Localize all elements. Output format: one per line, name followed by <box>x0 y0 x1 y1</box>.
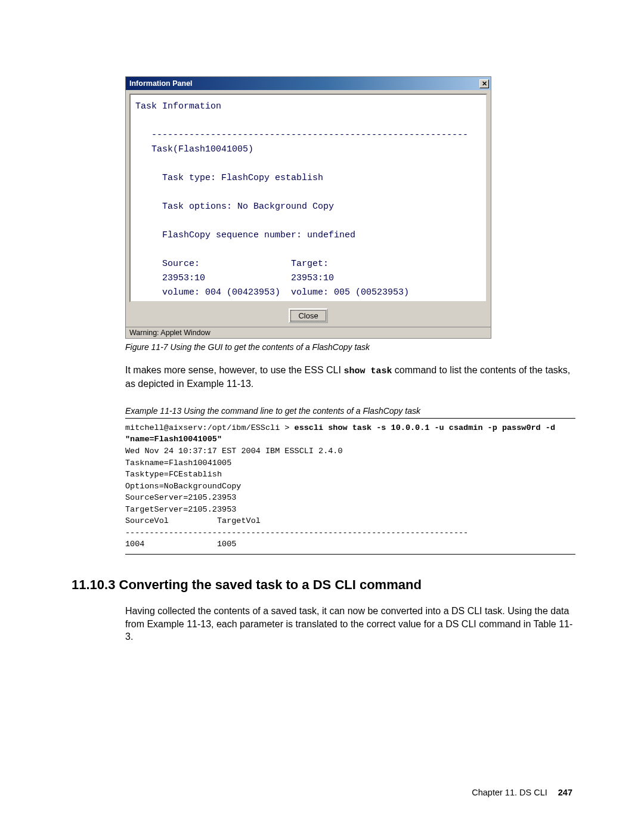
footer-chapter: Chapter 11. DS CLI <box>472 788 547 797</box>
close-icon[interactable]: ✕ <box>479 79 489 88</box>
example-caption: Example 11-13 Using the command line to … <box>125 406 575 419</box>
close-button[interactable]: Close <box>289 308 327 323</box>
task-information-textarea: Task Information -----------------------… <box>129 94 487 302</box>
button-row: Close <box>126 306 491 327</box>
statusbar: Warning: Applet Window <box>126 327 491 338</box>
example-code-block: mitchell@aixserv:/opt/ibm/ESScli > esscl… <box>125 419 575 555</box>
cli-prompt: mitchell@aixserv:/opt/ibm/ESScli > <box>125 423 295 432</box>
para-text: It makes more sense, however, to use the… <box>125 365 343 375</box>
task-information-text: Task Information -----------------------… <box>135 100 481 300</box>
page-footer: Chapter 11. DS CLI 247 <box>472 788 572 797</box>
cli-output: Wed Nov 24 10:37:17 EST 2004 IBM ESSCLI … <box>125 447 468 549</box>
body-paragraph-2: Having collected the contents of a saved… <box>125 605 575 643</box>
body-paragraph-1: It makes more sense, however, to use the… <box>125 364 575 391</box>
section-heading: 11.10.3 Converting the saved task to a D… <box>72 577 572 593</box>
window-title: Information Panel <box>129 79 193 88</box>
figure-caption: Figure 11-7 Using the GUI to get the con… <box>125 342 572 352</box>
titlebar: Information Panel ✕ <box>126 77 491 90</box>
page-number: 247 <box>558 788 572 797</box>
information-panel-window: Information Panel ✕ Task Information ---… <box>125 76 491 339</box>
inline-command: show task <box>343 366 392 376</box>
